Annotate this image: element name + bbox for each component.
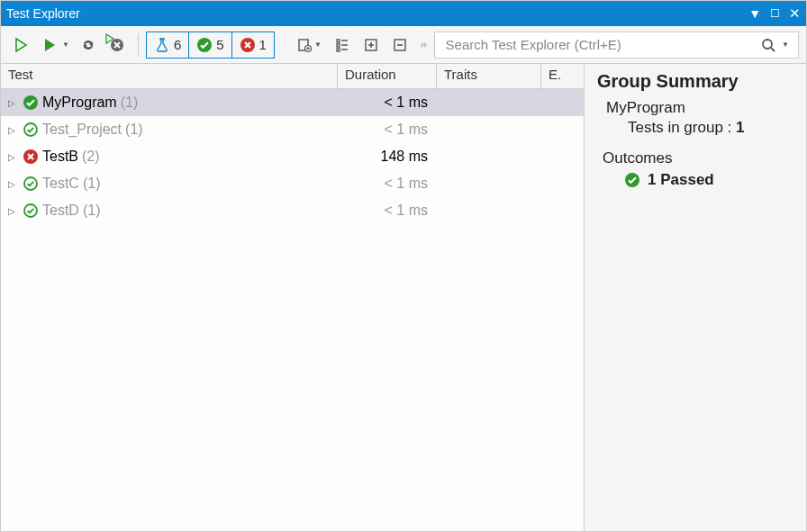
test-row[interactable]: ▷TestC (1)< 1 ms — [1, 170, 584, 197]
test-duration: < 1 ms — [338, 203, 437, 219]
filter-all-count: 6 — [174, 37, 181, 52]
test-count: (2) — [82, 149, 100, 165]
collapse-all-button[interactable] — [386, 32, 413, 58]
status-icon — [23, 122, 39, 138]
svg-marker-11 — [106, 34, 113, 43]
test-name: MyProgram — [42, 95, 117, 111]
test-row[interactable]: ▷TestB (2)148 ms — [1, 143, 584, 170]
col-traits[interactable]: Traits — [437, 64, 541, 88]
summary-tests-label: Tests in group : — [628, 119, 731, 136]
group-by-button[interactable] — [329, 32, 356, 58]
playlist-settings-button[interactable]: ▼ — [295, 32, 327, 58]
col-test[interactable]: Test — [1, 64, 338, 88]
run-dropdown-icon[interactable]: ▼ — [62, 41, 73, 49]
passed-icon — [624, 172, 640, 188]
test-row[interactable]: ▷TestD (1)< 1 ms — [1, 197, 584, 224]
test-count: (1) — [125, 122, 143, 138]
expander-icon[interactable]: ▷ — [8, 179, 19, 189]
test-name: TestB — [42, 149, 78, 165]
summary-panel: Group Summary MyProgram Tests in group :… — [585, 64, 806, 531]
toolbar-overflow-icon[interactable]: ›› — [421, 40, 427, 50]
status-icon — [23, 95, 39, 111]
run-all-button[interactable] — [8, 32, 35, 58]
separator — [138, 33, 139, 57]
run-button[interactable] — [37, 32, 64, 58]
test-duration: < 1 ms — [338, 122, 437, 138]
filter-failed-count: 1 — [259, 37, 267, 52]
column-headers: Test Duration Traits E. — [1, 64, 584, 89]
test-filter-group: 6 5 1 — [146, 32, 275, 59]
expand-all-button[interactable] — [358, 32, 385, 58]
test-duration: 148 ms — [338, 149, 437, 165]
test-count: (1) — [83, 203, 101, 219]
search-icon — [760, 37, 776, 53]
test-count: (1) — [121, 95, 139, 111]
test-explorer-window: Test Explorer ▼ ☐ ✕ ▼ 6 5 — [0, 0, 807, 532]
filter-failed-button[interactable]: 1 — [232, 32, 274, 58]
search-dropdown-icon[interactable]: ▼ — [782, 41, 793, 49]
test-duration: < 1 ms — [338, 95, 437, 111]
expander-icon[interactable]: ▷ — [8, 206, 19, 216]
summary-heading: Group Summary — [597, 71, 793, 92]
test-list-panel: Test Duration Traits E. ▷MyProgram (1)< … — [1, 64, 585, 531]
run-failed-button[interactable] — [104, 32, 131, 58]
window-title: Test Explorer — [6, 6, 748, 21]
summary-tests-in-group: Tests in group : 1 — [628, 119, 793, 137]
summary-program: MyProgram — [606, 99, 793, 117]
search-input[interactable] — [444, 36, 761, 53]
test-row[interactable]: ▷MyProgram (1)< 1 ms — [1, 89, 584, 116]
dropdown-icon[interactable]: ▼ — [748, 6, 761, 21]
filter-all-button[interactable]: 6 — [147, 32, 189, 58]
test-duration: < 1 ms — [338, 176, 437, 192]
filter-passed-count: 5 — [216, 37, 223, 52]
test-name: Test_Project — [42, 122, 122, 138]
col-duration[interactable]: Duration — [338, 64, 437, 88]
test-rows: ▷MyProgram (1)< 1 ms▷Test_Project (1)< 1… — [1, 89, 584, 531]
passed-icon — [196, 37, 213, 53]
status-icon — [23, 203, 39, 219]
flask-icon — [154, 37, 170, 53]
titlebar: Test Explorer ▼ ☐ ✕ — [1, 1, 806, 26]
search-box[interactable]: ▼ — [434, 32, 799, 59]
expander-icon[interactable]: ▷ — [8, 98, 19, 108]
status-icon — [23, 149, 39, 165]
col-error[interactable]: E. — [541, 64, 584, 88]
test-row[interactable]: ▷Test_Project (1)< 1 ms — [1, 116, 584, 143]
test-name: TestD — [42, 203, 79, 219]
expander-icon[interactable]: ▷ — [8, 125, 19, 135]
status-icon — [23, 176, 39, 192]
expander-icon[interactable]: ▷ — [8, 152, 19, 162]
failed-icon — [240, 37, 256, 53]
toolbar: ▼ 6 5 1 ▼ ›› — [1, 26, 806, 64]
summary-tests-count: 1 — [736, 119, 744, 136]
outcome-text: 1 Passed — [648, 171, 714, 189]
test-name: TestC — [42, 176, 79, 192]
maximize-icon[interactable]: ☐ — [770, 7, 780, 20]
content-area: Test Duration Traits E. ▷MyProgram (1)< … — [1, 64, 806, 531]
repeat-last-run-button[interactable] — [75, 32, 102, 58]
close-icon[interactable]: ✕ — [789, 5, 801, 22]
outcome-line: 1 Passed — [624, 171, 793, 189]
filter-passed-button[interactable]: 5 — [189, 32, 231, 58]
outcomes-label: Outcomes — [603, 149, 793, 167]
test-count: (1) — [83, 176, 101, 192]
settings-dropdown-icon[interactable]: ▼ — [314, 41, 325, 49]
